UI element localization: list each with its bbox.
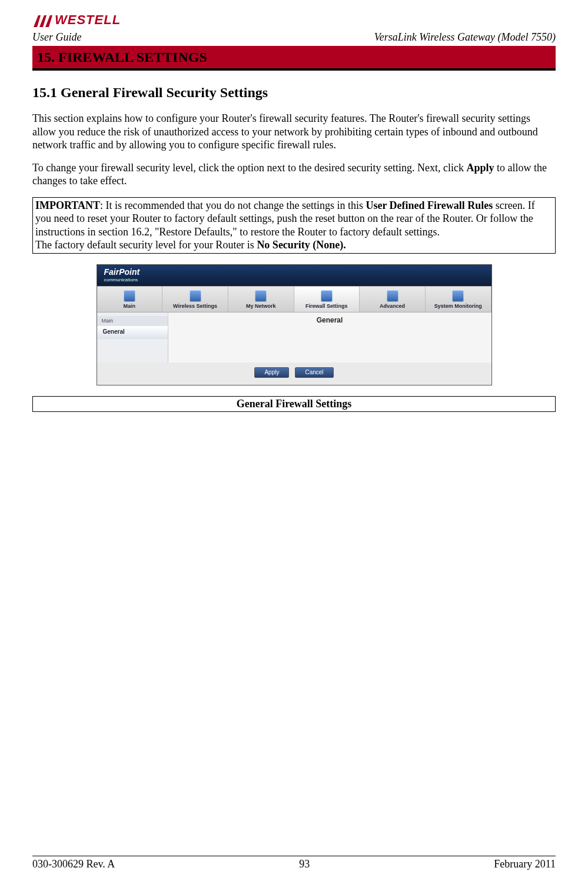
- nav-tab[interactable]: Firewall Settings: [294, 287, 360, 312]
- nav-tab-label: Main: [98, 303, 161, 310]
- nav-tab-icon: [190, 290, 201, 302]
- apply-word: Apply: [467, 162, 494, 174]
- nav-tab-icon: [452, 290, 464, 302]
- nav-tab-icon: [124, 290, 135, 302]
- nav-tab[interactable]: System Monitoring: [426, 287, 491, 312]
- nav-tab-label: Advanced: [361, 303, 424, 310]
- nav-tab-icon: [387, 290, 398, 302]
- important-line1-pre: : It is recommended that you do not chan…: [100, 200, 366, 211]
- apply-button[interactable]: Apply: [254, 367, 289, 378]
- nav-tab-label: Firewall Settings: [295, 303, 358, 310]
- shot-brand: FairPoint communications: [104, 267, 140, 284]
- footer-right: February 2011: [494, 857, 556, 871]
- sidebar-heading: Main: [97, 316, 168, 326]
- header-right: VersaLink Wireless Gateway (Model 7550): [374, 31, 556, 44]
- nav-tab-icon: [321, 290, 333, 302]
- header-left: User Guide: [32, 31, 82, 44]
- footer-left: 030-300629 Rev. A: [32, 857, 115, 871]
- router-admin-screenshot: FairPoint communications MainWireless Se…: [97, 264, 492, 386]
- change-paragraph: To change your firewall security level, …: [32, 161, 556, 188]
- change-text-pre: To change your firewall security level, …: [32, 162, 467, 174]
- important-line2-pre: The factory default security level for y…: [35, 239, 257, 251]
- reference-table: General Firewall Settings: [32, 396, 556, 412]
- important-label: IMPORTANT: [35, 200, 100, 211]
- shot-main: General: [168, 312, 491, 363]
- nav-tab-label: System Monitoring: [427, 303, 490, 310]
- footer-center: 93: [299, 857, 310, 871]
- logo-mark-icon: [32, 14, 52, 28]
- shot-content-title: General: [177, 316, 483, 325]
- nav-tab[interactable]: Advanced: [360, 287, 426, 312]
- shot-nav: MainWireless SettingsMy NetworkFirewall …: [97, 286, 491, 312]
- nav-tab-label: My Network: [230, 303, 293, 310]
- ref-table-title: General Firewall Settings: [33, 397, 556, 412]
- page-footer: 030-300629 Rev. A 93 February 2011: [32, 856, 556, 871]
- nav-tab[interactable]: Main: [97, 287, 163, 312]
- nav-tab-label: Wireless Settings: [164, 303, 227, 310]
- brand-logo: WESTELL: [32, 12, 556, 28]
- intro-paragraph: This section explains how to configure y…: [32, 112, 556, 152]
- section-banner-text: 15. FIREWALL SETTINGS: [37, 49, 207, 65]
- logo-text: WESTELL: [55, 12, 121, 28]
- shot-header: FairPoint communications: [97, 265, 491, 286]
- shot-button-row: Apply Cancel: [97, 363, 491, 385]
- section-banner: 15. FIREWALL SETTINGS: [32, 46, 556, 71]
- cancel-button[interactable]: Cancel: [295, 367, 333, 378]
- shot-sidebar: Main General: [97, 312, 168, 363]
- nav-tab[interactable]: Wireless Settings: [162, 287, 228, 312]
- important-line2-bold: No Security (None).: [257, 239, 346, 251]
- sidebar-item[interactable]: General: [97, 326, 168, 339]
- subsection-heading: 15.1 General Firewall Security Settings: [32, 84, 556, 101]
- important-box: IMPORTANT: It is recommended that you do…: [32, 197, 556, 254]
- header-row: User Guide VersaLink Wireless Gateway (M…: [32, 31, 556, 44]
- important-line1-bold: User Defined Firewall Rules: [366, 200, 493, 211]
- nav-tab[interactable]: My Network: [228, 287, 294, 312]
- nav-tab-icon: [255, 290, 267, 302]
